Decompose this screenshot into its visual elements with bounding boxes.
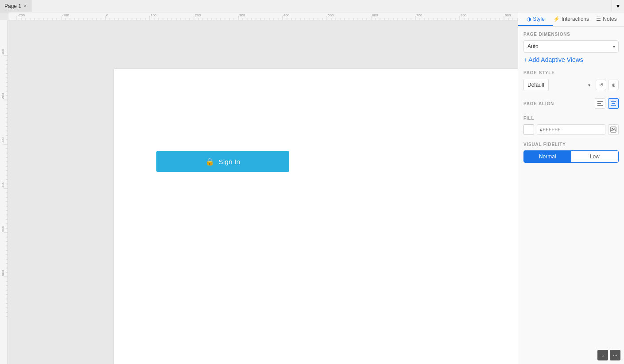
fidelity-low-label: Low <box>590 153 600 160</box>
align-center-icon <box>610 101 616 106</box>
notes-tab-icon: ☰ <box>596 16 601 22</box>
add-adaptive-label: + Add Adaptive Views <box>523 56 583 63</box>
fidelity-normal-button[interactable]: Normal <box>524 151 571 162</box>
fill-color-swatch[interactable] <box>523 124 534 135</box>
interactions-tab-icon: ⚡ <box>553 16 560 22</box>
ruler-vertical <box>0 20 8 364</box>
section-page-align: PAGE ALIGN <box>523 98 619 109</box>
ruler-v-canvas <box>0 20 8 362</box>
tab-bar: Page 1 × ▼ <box>0 0 624 12</box>
page-tab[interactable]: Page 1 × <box>0 0 31 12</box>
fill-label: FILL <box>523 116 619 121</box>
panel-tabs: ◑ Style ⚡ Interactions ☰ Notes <box>518 12 624 27</box>
canvas-area: 🔒 Sign In <box>0 12 518 364</box>
main-layout: 🔒 Sign In ◑ Style ⚡ Interactions ☰ <box>0 12 624 364</box>
ruler-h-svg <box>8 12 518 20</box>
right-panel: ◑ Style ⚡ Interactions ☰ Notes PAGE DIME… <box>518 12 624 364</box>
page-style-label: PAGE STYLE <box>523 70 619 75</box>
style-tab-label: Style <box>533 16 545 22</box>
lock-icon: 🔒 <box>205 157 214 166</box>
signin-button[interactable]: 🔒 Sign In <box>156 151 289 172</box>
section-page-dimensions: PAGE DIMENSIONS Auto Custom 1920×1080 12… <box>523 32 619 63</box>
reset-icon: ↺ <box>599 82 603 88</box>
align-left-icon <box>597 101 603 106</box>
tab-label: Page 1 <box>4 3 21 9</box>
tab-dropdown-icon[interactable]: ▼ <box>612 0 624 12</box>
canvas-scroll-area[interactable]: 🔒 Sign In <box>8 20 518 364</box>
bottom-right-icons: ○ ⋯ <box>597 350 620 360</box>
style-tab-icon: ◑ <box>527 16 531 22</box>
section-fill: FILL <box>523 116 619 135</box>
canvas-body: 🔒 Sign In <box>0 20 518 364</box>
tab-style[interactable]: ◑ Style <box>518 12 553 26</box>
page-dimensions-dropdown[interactable]: Auto Custom 1920×1080 1280×720 <box>523 40 619 53</box>
target-icon: ⊕ <box>612 82 616 88</box>
page-style-dropdown[interactable]: Default <box>523 79 549 91</box>
page-dimensions-label: PAGE DIMENSIONS <box>523 32 619 37</box>
signin-button-label: Sign In <box>219 158 240 165</box>
page-frame: 🔒 Sign In <box>114 69 518 364</box>
page-align-label: PAGE ALIGN <box>523 101 554 106</box>
notes-tab-label: Notes <box>603 16 616 22</box>
bottom-icon-1[interactable]: ○ <box>597 350 608 360</box>
fill-image-button[interactable] <box>608 124 619 135</box>
fidelity-low-button[interactable]: Low <box>571 151 619 162</box>
section-page-style: PAGE STYLE Default ▾ ↺ ⊕ <box>523 70 619 91</box>
bottom-icon-2[interactable]: ⋯ <box>610 350 620 360</box>
visual-fidelity-label: VISUAL FIDELITY <box>523 142 619 147</box>
align-center-button[interactable] <box>608 98 619 109</box>
section-visual-fidelity: VISUAL FIDELITY Normal Low <box>523 142 619 163</box>
tab-notes[interactable]: ☰ Notes <box>589 12 624 26</box>
fill-row <box>523 124 619 135</box>
canvas-inner: 🔒 Sign In <box>8 20 518 364</box>
ruler-horizontal <box>8 12 518 20</box>
fill-image-icon <box>610 126 616 133</box>
page-style-row: Default ▾ ↺ ⊕ <box>523 79 619 91</box>
fidelity-normal-label: Normal <box>539 153 556 160</box>
panel-content: PAGE DIMENSIONS Auto Custom 1920×1080 12… <box>518 27 624 364</box>
svg-point-8 <box>612 128 612 129</box>
page-style-reset-button[interactable]: ↺ <box>596 80 606 90</box>
page-style-target-button[interactable]: ⊕ <box>608 80 619 90</box>
fill-hex-input[interactable] <box>537 124 605 135</box>
interactions-tab-label: Interactions <box>562 16 589 22</box>
page-style-dropdown-arrow: ▾ <box>588 83 590 88</box>
tab-close-icon[interactable]: × <box>24 4 27 8</box>
page-dimensions-dropdown-row: Auto Custom 1920×1080 1280×720 ▾ <box>523 40 619 53</box>
add-adaptive-views[interactable]: + Add Adaptive Views <box>523 56 619 63</box>
align-row <box>595 98 619 109</box>
align-left-button[interactable] <box>595 98 605 109</box>
tab-interactions[interactable]: ⚡ Interactions <box>553 12 589 26</box>
fidelity-toggle: Normal Low <box>523 150 619 163</box>
